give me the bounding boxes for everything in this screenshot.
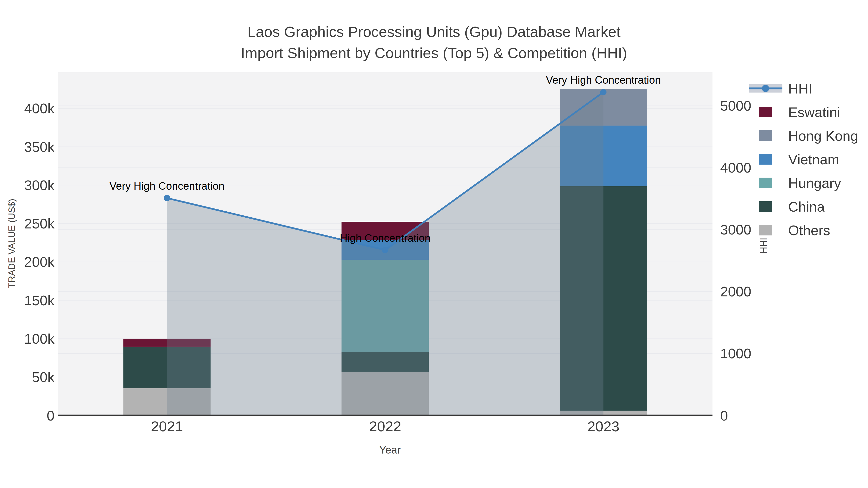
hhi-line-swatch xyxy=(749,83,782,94)
eswatini-swatch xyxy=(759,107,772,117)
legend-item-china[interactable]: China xyxy=(749,195,858,218)
legend-item-vietnam[interactable]: Vietnam xyxy=(749,148,858,171)
annotation-2023: Very High Concentration xyxy=(546,74,661,86)
legend-item-hong-kong[interactable]: Hong Kong xyxy=(749,124,858,148)
chart-title-line2: Import Shipment by Countries (Top 5) & C… xyxy=(0,42,868,64)
y-left-tick-label: 200k xyxy=(24,254,55,270)
legend-label: Hong Kong xyxy=(788,128,858,144)
legend-item-eswatini[interactable]: Eswatini xyxy=(749,100,858,124)
y-right-tick-label: 2000 xyxy=(720,284,751,299)
x-axis-title: Year xyxy=(379,444,401,456)
legend-label: Eswatini xyxy=(788,104,840,120)
china-swatch xyxy=(759,201,772,212)
y-left-tick-label: 150k xyxy=(24,293,55,308)
y-left-tick-label: 50k xyxy=(32,369,55,385)
x-tick-label: 2022 xyxy=(369,418,401,434)
y-right-tick-label: 1000 xyxy=(720,346,751,361)
plot-area: 050k100k150k200k250k300k350k400k01000200… xyxy=(0,0,868,488)
chart-root: 050k100k150k200k250k300k350k400k01000200… xyxy=(0,0,868,488)
y-left-tick-label: 350k xyxy=(24,139,55,155)
legend-item-hungary[interactable]: Hungary xyxy=(749,171,858,195)
y-left-tick-label: 100k xyxy=(24,331,55,347)
legend-item-others[interactable]: Others xyxy=(749,218,858,242)
hhi-marker-2021[interactable] xyxy=(164,195,170,201)
others-swatch xyxy=(759,225,772,235)
y-left-tick-label: 250k xyxy=(24,216,55,231)
chart-title: Laos Graphics Processing Units (Gpu) Dat… xyxy=(0,21,868,64)
x-tick-label: 2023 xyxy=(587,418,619,434)
x-tick-label: 2021 xyxy=(151,418,183,434)
legend: HHI Eswatini Hong Kong Vietnam Hungary C… xyxy=(749,77,858,242)
legend-label: Vietnam xyxy=(788,151,839,167)
legend-label: Others xyxy=(788,222,830,238)
chart-title-line1: Laos Graphics Processing Units (Gpu) Dat… xyxy=(0,21,868,42)
annotation-2021: Very High Concentration xyxy=(110,180,224,192)
y-left-axis-title: TRADE VALUE (US$) xyxy=(7,199,17,288)
hungary-swatch xyxy=(759,177,772,188)
legend-item-hhi[interactable]: HHI xyxy=(749,77,858,100)
y-left-tick-label: 300k xyxy=(24,177,55,193)
y-right-tick-label: 5000 xyxy=(720,98,751,113)
y-left-tick-label: 400k xyxy=(24,100,55,116)
hong-kong-swatch xyxy=(759,130,772,141)
vietnam-swatch xyxy=(759,154,772,165)
legend-label: HHI xyxy=(788,80,812,97)
legend-label: Hungary xyxy=(788,175,841,191)
hhi-marker-2023[interactable] xyxy=(600,89,607,95)
y-left-tick-label: 0 xyxy=(47,408,55,423)
annotation-2022: High Concentration xyxy=(340,232,431,244)
y-right-tick-label: 0 xyxy=(720,408,728,423)
y-right-tick-label: 3000 xyxy=(720,222,751,237)
hhi-marker-2022[interactable] xyxy=(382,247,389,253)
y-right-tick-label: 4000 xyxy=(720,160,751,175)
legend-label: China xyxy=(788,199,825,215)
